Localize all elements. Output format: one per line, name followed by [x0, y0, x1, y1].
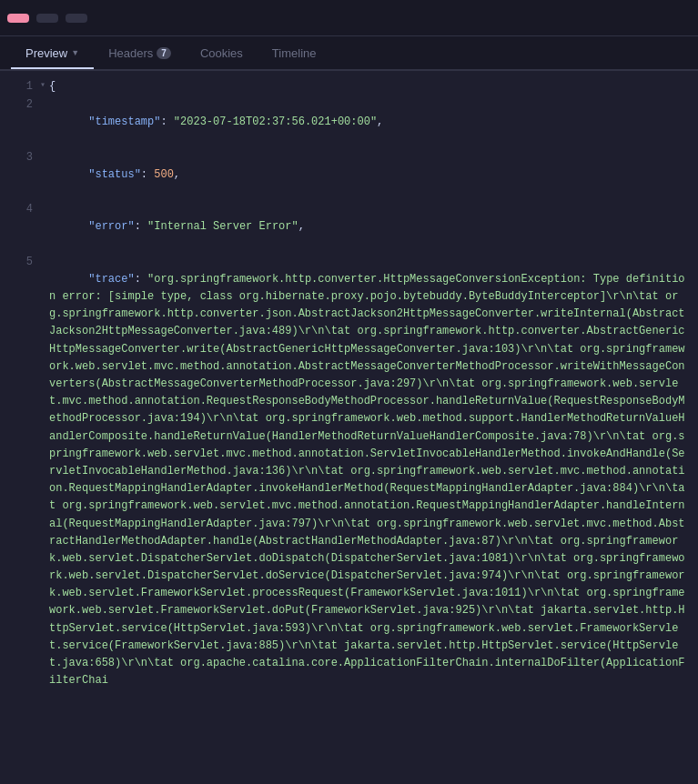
content-area[interactable]: 1 ▾ { 2 "timestamp": "2023-07-18T02:37:5…: [0, 71, 698, 784]
line-number-2: 2: [7, 96, 33, 114]
line-number-4: 4: [7, 201, 33, 218]
timing-metric: [36, 14, 58, 23]
line-number-1: 1: [7, 78, 33, 95]
json-line-1: 1 ▾ {: [0, 78, 698, 96]
line-number-5: 5: [7, 254, 33, 271]
tab-timeline[interactable]: Timeline: [258, 39, 331, 69]
line-number-3: 3: [7, 149, 33, 166]
json-line-4: 4 "error": "Internal Server Error",: [0, 201, 698, 254]
json-trace: "trace": "org.springframework.http.conve…: [49, 254, 691, 708]
expand-arrow-placeholder-3: [40, 149, 46, 164]
expand-arrow-placeholder-5: [40, 254, 46, 268]
json-error: "error": "Internal Server Error",: [49, 201, 691, 254]
json-brace-open: {: [49, 78, 691, 95]
json-line-3: 3 "status": 500,: [0, 149, 698, 202]
expand-arrow-1[interactable]: ▾: [40, 78, 46, 93]
tab-headers[interactable]: Headers 7: [94, 39, 186, 69]
expand-arrow-placeholder-2: [40, 96, 46, 111]
tab-preview-label: Preview: [25, 46, 67, 60]
json-line-2: 2 "timestamp": "2023-07-18T02:37:56.021+…: [0, 96, 698, 149]
headers-badge: 7: [157, 47, 171, 59]
expand-arrow-placeholder-4: [40, 201, 46, 216]
tab-timeline-label: Timeline: [272, 46, 317, 60]
size-metric: [66, 14, 87, 23]
tab-cookies-label: Cookies: [200, 46, 243, 60]
chevron-down-icon: ▼: [71, 48, 79, 57]
tab-headers-label: Headers: [108, 46, 153, 60]
json-line-5: 5 "trace": "org.springframework.http.con…: [0, 254, 698, 708]
status-badge: [7, 14, 29, 23]
json-timestamp: "timestamp": "2023-07-18T02:37:56.021+00…: [49, 96, 691, 149]
json-status: "status": 500,: [49, 149, 691, 202]
tabs-bar: Preview ▼ Headers 7 Cookies Timeline: [0, 36, 698, 71]
tab-preview[interactable]: Preview ▼: [11, 39, 94, 69]
tab-cookies[interactable]: Cookies: [186, 39, 258, 69]
top-bar: [0, 0, 698, 36]
